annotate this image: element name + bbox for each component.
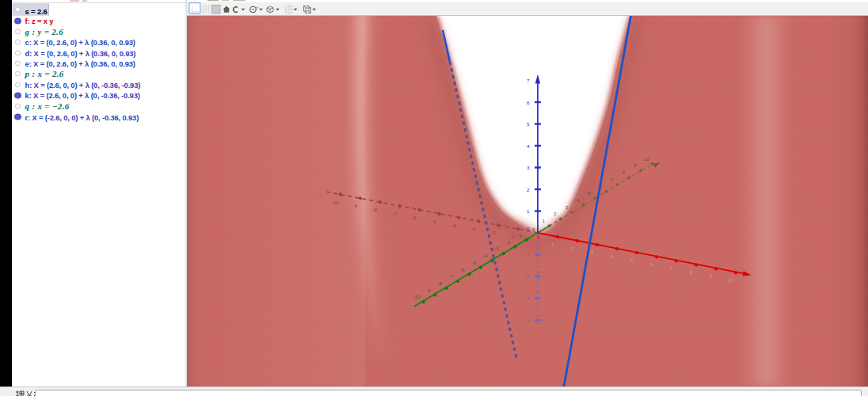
svg-text:2: 2 <box>554 211 556 216</box>
svg-text:9: 9 <box>710 273 713 279</box>
svg-text:-1: -1 <box>511 234 516 239</box>
svg-text:-4: -4 <box>483 253 488 258</box>
svg-text:3: 3 <box>591 249 594 255</box>
svg-text:-2: -2 <box>491 230 496 235</box>
svg-text:5: 5 <box>630 257 634 263</box>
svg-text:0: 0 <box>527 226 530 231</box>
svg-text:0: 0 <box>532 227 535 232</box>
svg-text:-2: -2 <box>524 274 529 280</box>
svg-text:10: 10 <box>728 277 733 283</box>
svg-text:2: 2 <box>527 187 530 192</box>
svg-text:-4: -4 <box>524 318 529 323</box>
svg-text:-4: -4 <box>451 223 456 228</box>
svg-text:-3: -3 <box>524 295 529 301</box>
svg-text:7: 7 <box>611 177 613 182</box>
svg-text:8: 8 <box>622 170 625 175</box>
svg-text:7: 7 <box>670 265 673 271</box>
svg-text:10: 10 <box>644 157 649 162</box>
svg-text:-5: -5 <box>472 260 477 265</box>
svg-text:6: 6 <box>527 100 530 105</box>
svg-text:4: 4 <box>611 253 614 259</box>
svg-text:-3: -3 <box>471 226 476 231</box>
svg-text:-9: -9 <box>353 203 358 208</box>
svg-text:1: 1 <box>527 208 530 214</box>
svg-text:9: 9 <box>634 163 636 168</box>
svg-text:8: 8 <box>690 269 693 275</box>
svg-text:3: 3 <box>565 205 568 210</box>
svg-text:-7: -7 <box>392 211 397 216</box>
svg-text:5: 5 <box>588 191 590 196</box>
svg-text:6: 6 <box>650 261 653 267</box>
svg-text:-9: -9 <box>426 287 431 293</box>
svg-text:-6: -6 <box>412 215 417 220</box>
svg-text:-7: -7 <box>449 273 454 279</box>
svg-text:-8: -8 <box>373 207 378 212</box>
svg-text:7: 7 <box>527 78 530 83</box>
svg-text:-2: -2 <box>506 239 511 245</box>
svg-text:5: 5 <box>527 121 530 127</box>
svg-text:1: 1 <box>551 242 554 247</box>
svg-text:2: 2 <box>571 246 574 251</box>
svg-text:-10: -10 <box>332 200 340 205</box>
svg-text:-1: -1 <box>517 232 522 238</box>
svg-text:3: 3 <box>527 165 530 170</box>
svg-text:-5: -5 <box>432 219 436 224</box>
svg-text:-1: -1 <box>524 252 529 257</box>
svg-text:-6: -6 <box>460 267 465 272</box>
svg-text:-3: -3 <box>494 246 499 251</box>
svg-text:1: 1 <box>542 219 545 223</box>
svg-text:-10: -10 <box>413 294 421 299</box>
svg-text:4: 4 <box>527 143 530 149</box>
svg-text:-8: -8 <box>437 280 442 286</box>
